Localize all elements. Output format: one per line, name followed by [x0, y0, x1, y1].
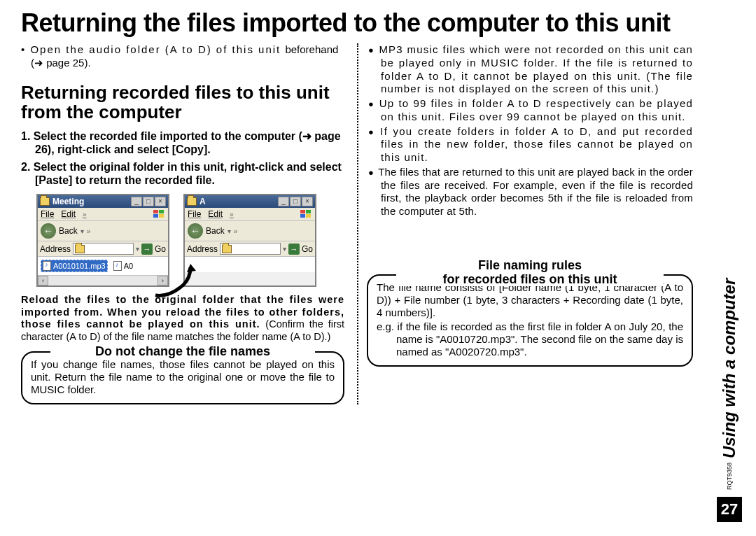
back-label: Back: [206, 226, 225, 236]
file-selected: A0010101.mp3: [41, 260, 108, 272]
address-bar: Address ▾ → Go: [185, 241, 315, 257]
titlebar: Meeting _ □ ×: [38, 195, 168, 208]
scrollbar: ‹ ›: [38, 275, 168, 285]
heading-line2: for recorded files on this unit: [442, 272, 617, 286]
section-heading: Returning recorded files to this unit fr…: [21, 83, 344, 122]
left-column: • Open the audio folder (A to D) of this…: [21, 43, 357, 404]
chevron-icon: »: [83, 211, 87, 218]
menubar: File Edit »: [185, 208, 315, 221]
page-number: 27: [717, 497, 742, 522]
side-margin: Using with a computer RQT9358 27: [715, 140, 743, 522]
right-column: MP3 music files which were not recorded …: [357, 43, 693, 404]
back-icon: ←: [188, 223, 203, 239]
window-title: Meeting: [52, 197, 128, 206]
explorer-window-a: A _ □ × File Edit » ←: [183, 194, 316, 287]
bullet-item: The files that are returned to this unit…: [368, 166, 693, 218]
file-area: [185, 257, 315, 272]
dropdown-icon: ▾: [227, 227, 231, 235]
chevron-icon: »: [230, 211, 234, 218]
reload-note: Reload the files to the original folder …: [21, 294, 344, 343]
address-label: Address: [40, 244, 71, 254]
heading-line1: File naming rules: [478, 258, 582, 272]
explorer-window-meeting: Meeting _ □ × File Edit » ←: [36, 194, 169, 287]
address-label: Address: [187, 244, 218, 254]
music-file-icon: [113, 261, 122, 271]
open-note: • Open the audio folder (A to D) of this…: [21, 43, 344, 70]
music-file-icon: [43, 261, 51, 271]
callout-filenames: Do not change the file names If you chan…: [21, 351, 344, 404]
section-label: Using with a computer: [720, 140, 739, 458]
page-title: Returning the files imported to the comp…: [0, 0, 756, 43]
titlebar: A _ □ ×: [185, 195, 315, 208]
windows-flag-icon: [300, 209, 312, 219]
address-bar: Address ▾ → Go: [38, 241, 168, 257]
example: e.g. if the file is recorded as the firs…: [377, 320, 683, 358]
bullet-item: If you create folders in folder A to D, …: [368, 125, 693, 164]
menu-edit: Edit: [208, 209, 223, 219]
folder-icon: [75, 245, 85, 253]
maximize-icon: □: [290, 197, 301, 206]
bullet-item: MP3 music files which were not recorded …: [368, 43, 693, 96]
toolbar: ← Back ▾ »: [38, 221, 168, 241]
screenshot-row: Meeting _ □ × File Edit » ←: [36, 194, 344, 287]
go-icon: →: [141, 244, 153, 255]
windows-flag-icon: [153, 209, 165, 219]
menu-file: File: [41, 209, 54, 219]
address-input: [73, 243, 134, 255]
eg-label: e.g.: [377, 320, 394, 332]
dropdown-icon: ▾: [136, 245, 139, 253]
close-icon: ×: [155, 197, 166, 206]
bullet-item: Up to 99 files in folder A to D respecti…: [368, 97, 693, 124]
file-area: A0010101.mp3 A0: [38, 257, 168, 275]
go-label: Go: [155, 244, 166, 254]
bullet-list: MP3 music files which were not recorded …: [367, 43, 693, 218]
more-icon: »: [234, 227, 238, 235]
close-icon: ×: [302, 197, 313, 206]
callout-heading: Do not change the file names: [50, 344, 315, 359]
maximize-icon: □: [143, 197, 154, 206]
back-icon: ←: [41, 223, 56, 239]
step-1: 1. Select the recorded file imported to …: [21, 129, 344, 156]
dropdown-icon: ▾: [283, 245, 286, 253]
open-note-line1: • Open the audio folder (A to D) of this…: [21, 43, 281, 55]
file-name: A0010101.mp3: [53, 262, 106, 270]
window-title: A: [200, 197, 275, 206]
menubar: File Edit »: [38, 208, 168, 221]
folder-icon: [40, 197, 50, 206]
minimize-icon: _: [278, 197, 289, 206]
back-label: Back: [59, 226, 78, 236]
naming-body: The file name consists of [Folder name (…: [377, 281, 683, 319]
scroll-right-icon: ›: [158, 276, 168, 285]
go-label: Go: [302, 244, 313, 254]
folder-icon: [187, 197, 197, 206]
step-2: 2. Select the original folder in this un…: [21, 160, 344, 187]
go-icon: →: [288, 244, 300, 255]
callout-naming-rules: File naming rules for recorded files on …: [367, 274, 693, 367]
dropdown-icon: ▾: [80, 227, 84, 235]
more-icon: »: [87, 227, 91, 235]
address-input: [220, 243, 281, 255]
eg-body: if the file is recorded as the first fil…: [396, 320, 683, 358]
callout-body: If you change file names, those files ca…: [31, 358, 335, 396]
menu-file: File: [188, 209, 201, 219]
file-item: A0: [112, 260, 134, 272]
toolbar: ← Back ▾ »: [185, 221, 315, 241]
minimize-icon: _: [131, 197, 142, 206]
scroll-left-icon: ‹: [38, 276, 48, 285]
callout-heading: File naming rules for recorded files on …: [396, 259, 664, 287]
folder-icon: [222, 245, 232, 253]
file-name-partial: A0: [124, 262, 133, 270]
menu-edit: Edit: [61, 209, 76, 219]
doc-code: RQT9358: [726, 463, 733, 490]
